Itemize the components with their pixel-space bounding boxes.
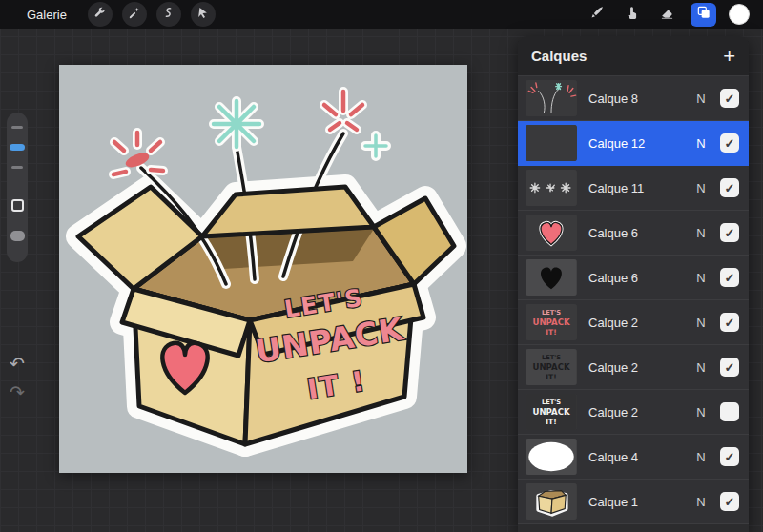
layer-row[interactable]: Calque 11 N ✓ [518,166,749,211]
modify-button[interactable] [11,199,24,212]
app-screen: Galerie [0,0,763,532]
svg-text:IT!: IT! [546,373,556,381]
checkmark-icon: ✓ [725,227,735,239]
layer-name: Calque 4 [588,450,691,464]
layer-visibility-checkbox[interactable]: ✓ [720,268,739,287]
layer-name: Calque 2 [588,316,691,330]
layer-name: Calque 2 [588,405,691,419]
undo-button[interactable]: ↶ [6,354,29,375]
layer-row[interactable]: Calque 1 N ✓ [518,480,749,524]
layer-name: Calque 6 [588,226,691,240]
layer-visibility-checkbox[interactable]: ✓ [720,89,739,108]
brush-size-slider[interactable] [10,144,25,151]
blend-mode-button[interactable]: N [691,92,711,106]
layer-row[interactable]: Calque 6 N ✓ [518,256,749,300]
blend-mode-button[interactable]: N [691,495,711,509]
svg-text:IT!: IT! [546,418,556,426]
layer-name: Calque 11 [588,181,691,195]
layer-row[interactable]: Calque 6 N ✓ [518,211,749,256]
layer-row[interactable]: LET'SUNPACKIT! Calque 2 N [518,390,749,435]
blend-mode-button[interactable]: N [691,316,711,330]
layer-visibility-checkbox[interactable]: ✓ [720,447,739,466]
blend-mode-button[interactable]: N [691,181,711,195]
checkmark-icon: ✓ [725,92,735,105]
text-white-thumbnail[interactable]: LET'SUNPACKIT! [526,394,577,430]
layer-visibility-checkbox[interactable]: ✓ [720,178,739,197]
checkmark-icon: ✓ [725,272,735,284]
layer-row[interactable]: LET'SUNPACKIT! Calque 2 N ✓ [518,300,749,345]
text-outline-thumbnail[interactable]: LET'SUNPACKIT! [526,349,577,385]
slider-tick-top [11,126,23,129]
redo-button[interactable]: ↷ [6,382,29,403]
layer-list: Calque 8 N ✓ Calque 12 N ✓ Calque 11 N ✓… [518,76,749,524]
wrench-icon [93,6,107,24]
magic-wand-icon [127,6,141,24]
blend-mode-button[interactable]: N [691,405,711,419]
opacity-slider[interactable] [10,231,25,241]
checkmark-icon: ✓ [725,137,735,150]
layer-name: Calque 8 [588,92,691,106]
actions-button[interactable] [88,2,113,27]
white-ellipse-thumbnail[interactable] [526,439,577,475]
heart-black-thumbnail[interactable] [526,259,577,296]
checkmark-icon: ✓ [725,496,735,508]
smudge-button[interactable] [620,3,643,26]
transform-button[interactable] [191,2,216,27]
heart-pink-thumbnail[interactable] [526,215,577,251]
layer-row[interactable]: Calque 12 N ✓ [518,121,749,166]
blend-mode-button[interactable]: N [691,226,711,240]
svg-text:UNPACK: UNPACK [532,317,569,327]
layers-icon [696,5,711,24]
layers-panel: Calques + Calque 8 N ✓ Calque 12 N ✓ Cal… [518,36,749,532]
blend-mode-button[interactable]: N [691,136,711,151]
brush-icon [588,5,605,25]
text-pink-thumbnail[interactable]: LET'SUNPACKIT! [526,304,577,340]
adjustments-button[interactable] [122,2,147,27]
eraser-button[interactable] [655,3,678,26]
layer-name: Calque 12 [588,136,691,151]
layer-visibility-checkbox[interactable]: ✓ [720,313,739,332]
layer-visibility-checkbox[interactable]: ✓ [720,358,739,377]
layer-visibility-checkbox[interactable] [720,402,739,421]
selection-button[interactable] [156,2,181,27]
firework-teal-center [214,101,259,147]
gallery-button[interactable]: Galerie [27,8,67,22]
sticker-artwork: LET'S UNPACK IT ! [59,65,467,473]
canvas[interactable]: LET'S UNPACK IT ! [59,65,467,473]
svg-text:IT!: IT! [546,328,556,337]
layer-row[interactable]: Calque 4 N ✓ [518,435,749,480]
eraser-icon [659,5,675,25]
transform-arrow-icon [196,6,210,24]
blend-mode-button[interactable]: N [691,360,711,375]
layer-row[interactable]: Calque 8 N ✓ [518,76,749,121]
blend-mode-button[interactable]: N [691,271,711,285]
layer-visibility-checkbox[interactable]: ✓ [720,492,739,511]
layer-name: Calque 2 [588,360,691,375]
layer-row[interactable]: LET'SUNPACKIT! Calque 2 N ✓ [518,345,749,390]
svg-text:LET'S: LET'S [542,309,561,317]
paint-button[interactable] [585,3,608,26]
layer-name: Calque 6 [588,271,691,285]
svg-text:LET'S: LET'S [542,354,561,361]
svg-text:UNPACK: UNPACK [532,407,569,417]
layers-panel-title: Calques [531,48,587,64]
layer-name: Calque 1 [588,495,691,509]
blend-mode-button[interactable]: N [691,450,711,464]
layers-button[interactable] [691,3,716,27]
layer-visibility-checkbox[interactable]: ✓ [720,133,739,153]
firework-teal-small [365,135,386,156]
box-art-thumbnail[interactable] [526,483,577,520]
layer-visibility-checkbox[interactable]: ✓ [720,223,739,242]
sparks-thumbnail[interactable] [526,170,577,206]
topbar: Galerie [0,0,763,29]
svg-text:LET'S: LET'S [542,399,561,406]
plain-dark-thumbnail[interactable] [526,125,577,161]
layers-panel-header: Calques + [518,36,749,76]
color-button[interactable] [729,4,750,25]
checkmark-icon: ✓ [725,361,735,374]
fireworks-thumbnail[interactable] [526,80,577,116]
add-layer-button[interactable]: + [723,47,735,66]
slider-pill [7,113,28,262]
slider-tick-bottom [11,166,23,169]
checkmark-icon: ✓ [725,451,735,463]
